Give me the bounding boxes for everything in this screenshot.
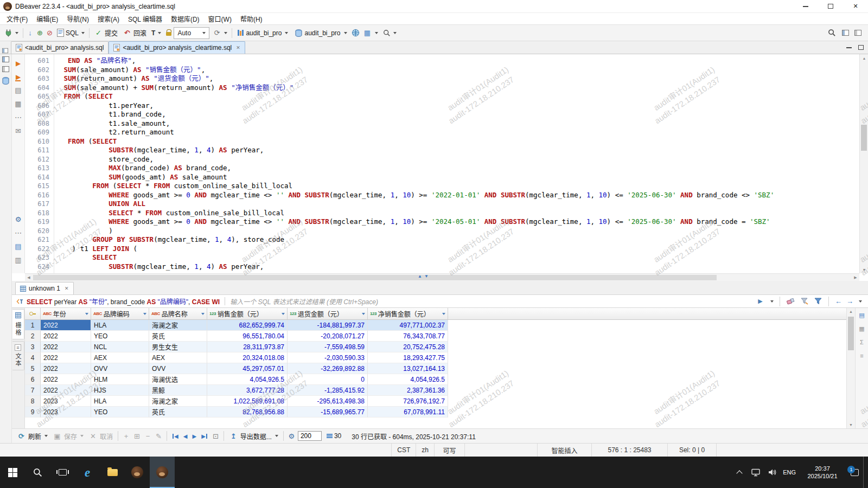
- fetch-segment-icon[interactable]: [327, 434, 333, 438]
- editor-more-icon[interactable]: ⋯: [14, 228, 23, 237]
- fetch-prev-button[interactable]: ◀: [182, 433, 189, 439]
- delete-row-icon[interactable]: −: [143, 432, 152, 441]
- status-language[interactable]: zh: [416, 444, 434, 457]
- grid-cell[interactable]: 英氏: [149, 331, 207, 342]
- grid-cell[interactable]: 2022: [41, 363, 91, 374]
- grid-cell[interactable]: 96,551,780.04: [207, 331, 288, 342]
- start-button[interactable]: [0, 457, 25, 488]
- column-header[interactable]: ABC品牌名称: [149, 308, 207, 319]
- taskbar-dbeaver-button[interactable]: [125, 457, 150, 488]
- filter-forward-button[interactable]: →: [846, 297, 853, 305]
- editor-tab[interactable]: <audit_bi_pro> analysis.sql: [11, 41, 108, 54]
- scrollbar-thumb[interactable]: [33, 275, 717, 280]
- menu-item[interactable]: SQL 编辑器: [124, 13, 167, 24]
- grid-cell[interactable]: 海澜优选: [149, 374, 207, 385]
- restore-panel-icon[interactable]: [2, 48, 8, 53]
- execute-script-icon[interactable]: ▶: [14, 72, 23, 81]
- grid-cell[interactable]: 2022: [41, 331, 91, 342]
- action-center-button[interactable]: 1: [847, 461, 862, 483]
- grid-cell[interactable]: 2022: [41, 352, 91, 363]
- save-button[interactable]: ▣ 保存: [51, 430, 85, 442]
- row-number-cell[interactable]: 2: [25, 331, 41, 342]
- editor-horizontal-scrollbar[interactable]: ◀ ▶: [25, 273, 859, 281]
- menu-item[interactable]: 文件(F): [2, 13, 32, 24]
- connection-combo[interactable]: audit_bi_pro: [234, 27, 291, 39]
- export-data-button[interactable]: ↥ 导出数据...: [227, 430, 280, 442]
- column-menu-caret[interactable]: [201, 313, 205, 315]
- search-metadata-button[interactable]: [381, 27, 399, 40]
- tab-close-icon[interactable]: ✕: [236, 45, 240, 50]
- autocommit-combo[interactable]: Auto: [174, 27, 209, 39]
- grid-cell[interactable]: HJS: [91, 385, 149, 396]
- grid-cell[interactable]: 2023: [41, 396, 91, 407]
- grid-cell[interactable]: YEO: [91, 407, 149, 418]
- grid-cell[interactable]: -295,613,498.38: [288, 396, 368, 407]
- status-caret-position[interactable]: 576 : 1 : 25483: [591, 444, 667, 457]
- filter-nav-caret[interactable]: [859, 300, 862, 303]
- grid-cell[interactable]: HLA: [91, 396, 149, 407]
- filter-back-button[interactable]: ←: [835, 297, 842, 305]
- grid-cell[interactable]: AEX: [149, 352, 207, 363]
- grid-cell[interactable]: 英氏: [149, 407, 207, 418]
- column-header[interactable]: ABC品牌编码: [91, 308, 149, 319]
- grid-cell[interactable]: -32,269,892.88: [288, 363, 368, 374]
- connect-icon[interactable]: ↓: [25, 28, 35, 37]
- row-number-cell[interactable]: 6: [25, 374, 41, 385]
- open-perspective-icon[interactable]: [842, 30, 849, 36]
- grid-cell[interactable]: 2022: [41, 342, 91, 352]
- menu-item[interactable]: 编辑(E): [32, 13, 62, 24]
- grid-cell[interactable]: -1,285,415.92: [288, 385, 368, 396]
- column-header[interactable]: 123退货金额（元）: [288, 308, 368, 319]
- filter-settings-icon[interactable]: [813, 297, 822, 306]
- menu-item[interactable]: 搜索(A): [93, 13, 124, 24]
- grid-cell[interactable]: 20,752,475.28: [368, 342, 448, 352]
- add-row-icon[interactable]: +: [122, 432, 131, 441]
- transaction-log-button[interactable]: ⟳: [210, 27, 229, 40]
- grid-cell[interactable]: 2022: [41, 320, 91, 331]
- grid-cell[interactable]: 3,672,777.28: [207, 385, 288, 396]
- grid-cell[interactable]: HLM: [91, 374, 149, 385]
- grid-cell[interactable]: HLA: [91, 320, 149, 331]
- quick-search-icon[interactable]: [827, 28, 837, 37]
- grid-cell[interactable]: AEX: [91, 352, 149, 363]
- editor-tab[interactable]: <audit_bi_pro> analysis_cleartime.sql✕: [108, 41, 245, 54]
- tab-close-icon[interactable]: ✕: [65, 286, 69, 291]
- grid-cell[interactable]: 2023: [41, 407, 91, 418]
- grid-cell[interactable]: 682,652,999.74: [207, 320, 288, 331]
- clear-filter-icon[interactable]: [786, 297, 795, 306]
- explain-plan-icon[interactable]: ▤: [14, 86, 23, 95]
- column-menu-caret[interactable]: [85, 313, 88, 315]
- taskbar-explorer-button[interactable]: [100, 457, 125, 488]
- grid-cell[interactable]: 497,771,002.37: [368, 320, 448, 331]
- grid-cell[interactable]: 13,027,164.13: [368, 363, 448, 374]
- metadata-panel-icon[interactable]: ≡: [857, 351, 866, 361]
- column-menu-caret[interactable]: [362, 313, 365, 315]
- grid-cell[interactable]: 45,297,057.01: [207, 363, 288, 374]
- taskbar-search-button[interactable]: [25, 457, 50, 488]
- maximize-editor-icon[interactable]: [858, 45, 864, 50]
- grid-cell[interactable]: 0: [288, 374, 368, 385]
- fetch-next-button[interactable]: ▶: [190, 433, 198, 439]
- fetch-last-button[interactable]: ▶: [200, 433, 209, 439]
- column-header[interactable]: 123销售金额（元）: [207, 308, 288, 319]
- tray-volume-button[interactable]: [764, 461, 780, 483]
- task-view-button[interactable]: [50, 457, 75, 488]
- row-number-cell[interactable]: 1: [25, 320, 41, 331]
- presentation-tab-grid[interactable]: 栅格: [12, 309, 24, 339]
- window-close-button[interactable]: ✕: [843, 0, 868, 12]
- restore-db-navigator-icon[interactable]: [2, 56, 9, 62]
- grid-vertical-scrollbar[interactable]: ▲ ▼: [846, 308, 855, 428]
- grid-cell[interactable]: -15,689,965.77: [288, 407, 368, 418]
- menu-item[interactable]: 数据库(D): [167, 13, 204, 24]
- duplicate-row-icon[interactable]: ⊞: [132, 432, 142, 441]
- column-header[interactable]: ABC年份: [41, 308, 91, 319]
- new-connection-button[interactable]: [2, 27, 21, 40]
- row-number-cell[interactable]: 5: [25, 363, 41, 374]
- transaction-mode-button[interactable]: T: [149, 27, 163, 40]
- menu-item[interactable]: 帮助(H): [236, 13, 267, 24]
- menu-item[interactable]: 窗口(W): [204, 13, 236, 24]
- grid-cell[interactable]: YEO: [91, 331, 149, 342]
- grid-cell[interactable]: -7,559,498.59: [288, 342, 368, 352]
- more-actions-icon[interactable]: ⋯: [14, 113, 23, 122]
- scrollbar-thumb[interactable]: [861, 125, 867, 151]
